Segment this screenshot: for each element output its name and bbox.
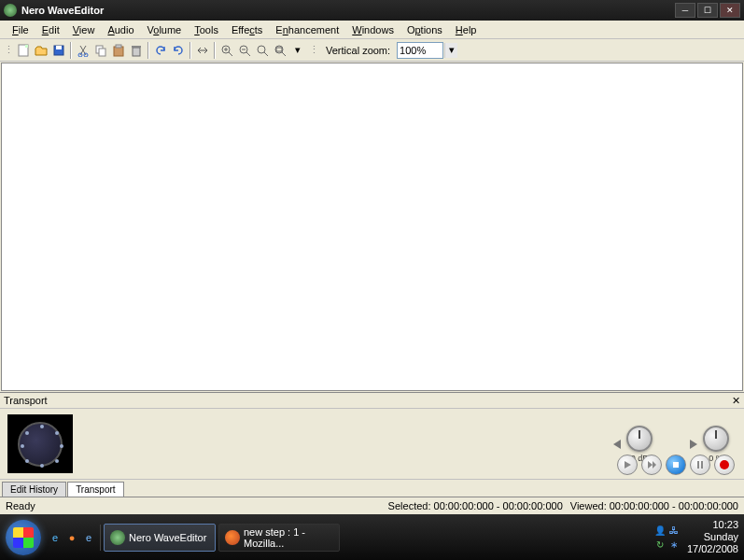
firefox-icon [225,530,240,545]
toolbar: ⋮ ▾ ⋮ Vertical zoom: 100% ▾ [0,39,744,62]
separator [147,42,149,59]
menu-windows[interactable]: Windows [345,22,400,37]
record-button[interactable] [714,455,735,475]
undo-button[interactable] [152,42,169,59]
system-tray[interactable]: 👤 🖧 ↻ ∗ 10:23 Sunday 17/02/2008 [653,519,744,555]
toolbar-dropdown-icon[interactable]: ▾ [289,42,306,59]
tray-time: 10:23 [687,519,738,531]
taskbar-separator [100,525,101,551]
svg-point-14 [258,46,265,53]
menubar: File Edit View Audio Volume Tools Effect… [0,21,744,39]
bottom-tabs: Edit History Transport [0,479,744,497]
separator [70,42,72,59]
windows-logo-icon [13,527,34,548]
stop-button[interactable] [666,455,686,475]
quicklaunch-explorer-icon[interactable]: e [80,524,97,552]
zoom-selection-icon[interactable] [254,42,271,59]
zoom-dropdown-icon[interactable]: ▾ [444,43,457,58]
quicklaunch-firefox-icon[interactable]: ● [63,524,80,552]
app-icon [4,4,17,17]
svg-rect-9 [116,45,121,48]
minimize-button[interactable]: ─ [675,3,695,18]
transport-title-text: Transport [4,395,48,406]
copy-button[interactable] [92,42,109,59]
zoom-in-icon[interactable] [218,42,235,59]
transport-body: 0 dB 0 % [0,409,744,479]
taskbar-app-nero[interactable]: Nero WaveEditor [104,524,216,552]
close-button[interactable]: ✕ [720,3,740,18]
titlebar[interactable]: Nero WaveEditor ─ ☐ ✕ [0,0,744,21]
menu-file[interactable]: File [6,22,35,37]
menu-audio[interactable]: Audio [101,22,140,37]
svg-rect-1 [25,45,28,48]
svg-rect-11 [132,46,141,48]
app-title: Nero WaveEditor [21,5,675,16]
playback-controls [617,455,735,475]
delete-button[interactable] [128,42,145,59]
quicklaunch-ie-icon[interactable]: e [47,524,63,552]
waveform-canvas[interactable] [1,63,743,391]
save-button[interactable] [50,42,67,59]
transport-titlebar[interactable]: Transport ✕ [0,393,744,409]
svg-rect-17 [673,462,679,468]
tray-network-icon[interactable]: 🖧 [667,524,681,537]
statusbar: Ready Selected: 00:00:00:000 - 00:00:00:… [0,497,744,514]
status-viewed: Viewed: 00:00:00:000 - 00:00:00:000 [570,500,738,511]
cut-button[interactable] [75,42,91,59]
zoom-out-icon[interactable] [236,42,253,59]
menu-view[interactable]: View [66,22,102,37]
tray-refresh-icon[interactable]: ↻ [653,538,667,551]
new-button[interactable] [15,42,32,59]
tray-bluetooth-icon[interactable]: ∗ [667,538,681,551]
start-button[interactable] [6,520,41,555]
fit-button[interactable] [194,42,211,59]
paste-button[interactable] [110,42,127,59]
svg-rect-18 [697,461,699,469]
play-loop-button[interactable] [641,455,662,475]
menu-effects[interactable]: Effects [225,22,269,37]
nero-icon [110,530,125,545]
app-window: Nero WaveEditor ─ ☐ ✕ File Edit View Aud… [0,0,744,514]
maximize-button[interactable]: ☐ [697,3,718,18]
db-knob[interactable] [626,426,653,452]
svg-rect-7 [99,49,105,56]
separator [190,42,191,59]
zoom-value: 100% [400,45,426,56]
tab-transport[interactable]: Transport [67,482,123,497]
taskbar-app-nero-label: Nero WaveEditor [129,532,206,543]
menu-edit[interactable]: Edit [35,22,66,37]
tray-date: 17/02/2008 [687,543,738,555]
svg-rect-16 [276,48,282,51]
transport-panel: Transport ✕ [0,392,744,479]
redo-button[interactable] [170,42,187,59]
transport-close-icon[interactable]: ✕ [732,395,740,407]
tray-user-icon[interactable]: 👤 [653,524,667,537]
vertical-zoom-select[interactable]: 100% [397,42,443,59]
taskbar-app-firefox-label: new step : 1 - Mozilla... [244,526,333,549]
svg-rect-10 [133,48,140,56]
menu-volume[interactable]: Volume [141,22,189,37]
menu-tools[interactable]: Tools [188,22,225,37]
open-button[interactable] [33,42,49,59]
zoom-all-icon[interactable] [272,42,288,59]
vertical-zoom-label: Vertical zoom: [326,45,390,56]
pct-increase-icon[interactable] [690,440,697,449]
db-decrease-icon[interactable] [613,440,621,449]
tab-edit-history[interactable]: Edit History [2,482,66,497]
svg-rect-3 [56,46,62,49]
svg-rect-19 [701,461,703,469]
speed-knob[interactable] [703,426,729,452]
menu-help[interactable]: Help [449,22,484,37]
pause-button[interactable] [690,455,710,475]
menu-options[interactable]: Options [400,22,449,37]
taskbar-app-firefox[interactable]: new step : 1 - Mozilla... [218,524,340,552]
tray-icons[interactable]: 👤 🖧 ↻ ∗ [653,524,683,551]
separator [214,42,216,59]
play-button[interactable] [617,455,638,475]
jog-wheel[interactable] [7,414,73,473]
status-ready: Ready [6,500,388,511]
taskbar: e ● e Nero WaveEditor new step : 1 - Moz… [0,514,744,560]
status-selected: Selected: 00:00:00:000 - 00:00:00:000 [388,500,563,511]
menu-enhancement[interactable]: Enhancement [269,22,345,37]
tray-clock[interactable]: 10:23 Sunday 17/02/2008 [687,519,738,555]
